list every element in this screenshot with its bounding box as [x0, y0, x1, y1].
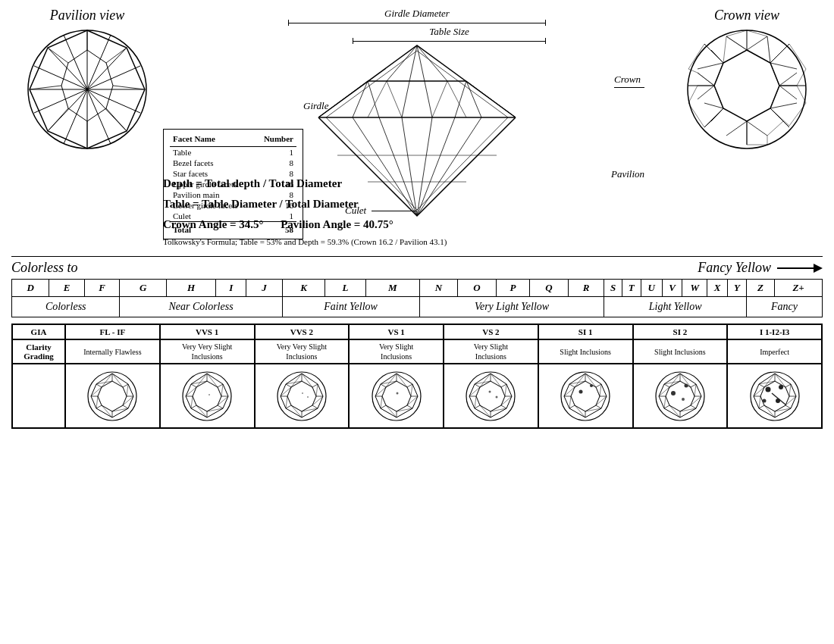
- clarity-image-cell: [538, 364, 633, 428]
- svg-line-40: [432, 81, 447, 117]
- svg-line-273: [691, 387, 694, 396]
- clarity-image-cell: [444, 364, 538, 428]
- svg-line-317: [759, 396, 760, 408]
- svg-line-205: [501, 384, 506, 387]
- clarity-diamond-vvs1: [181, 370, 233, 422]
- svg-line-138: [191, 396, 193, 408]
- svg-line-121: [191, 405, 196, 408]
- facet-number: 16: [254, 179, 296, 189]
- clarity-grade-code: SI 2: [633, 324, 728, 339]
- svg-line-105: [112, 374, 123, 387]
- svg-line-183: [397, 381, 407, 387]
- svg-line-176: [407, 384, 412, 387]
- svg-line-100: [102, 405, 112, 411]
- svg-line-157: [291, 405, 302, 411]
- clarity-grade-code: VS 2: [444, 324, 538, 339]
- svg-point-230: [496, 395, 498, 398]
- svg-line-189: [382, 387, 386, 396]
- pavilion-diagram: [25, 27, 150, 152]
- gia-label: GIA: [12, 324, 65, 339]
- svg-line-267: [691, 405, 696, 408]
- svg-point-229: [489, 390, 491, 392]
- color-grade-table: DEFGHIJKLMNOPQRSTUVWXYZZ+ColorlessNear C…: [11, 279, 823, 317]
- svg-line-304: [785, 387, 789, 396]
- svg-line-152: [286, 384, 291, 387]
- svg-line-285: [669, 405, 680, 417]
- svg-line-280: [669, 374, 680, 387]
- facet-name-header: Facet Name: [170, 133, 254, 147]
- clarity-grade-code: VVS 1: [160, 324, 255, 339]
- clarity-grid: GIAFL - IFVVS 1VVS 2VS 1VS 2SI 1SI 2I 1-…: [12, 324, 822, 428]
- crown-side-label: Crown: [614, 72, 644, 88]
- arrow-right-icon: [777, 262, 823, 274]
- svg-line-246: [575, 405, 585, 411]
- facet-name: Table: [170, 147, 254, 158]
- svg-line-193: [411, 384, 412, 396]
- facet-total-number: 58: [254, 222, 296, 236]
- colorless-label: Colorless to: [11, 260, 78, 276]
- clarity-image-cell: [349, 364, 444, 428]
- svg-line-213: [501, 387, 505, 396]
- svg-line-91: [123, 405, 128, 408]
- clarity-description: Internally Flawless: [65, 339, 160, 364]
- svg-line-130: [193, 387, 196, 396]
- svg-line-182: [381, 384, 386, 387]
- svg-line-271: [664, 384, 669, 387]
- svg-line-70: [726, 121, 747, 136]
- color-letter-row: DEFGHIJKLMNOPQRSTUVWXYZZ+: [12, 280, 823, 297]
- svg-line-124: [207, 381, 218, 387]
- svg-point-320: [765, 386, 770, 392]
- svg-line-252: [600, 384, 601, 396]
- svg-line-20: [106, 48, 127, 63]
- pavilion-view: Pavilion view: [11, 8, 163, 152]
- color-letter-cell: L: [325, 280, 365, 297]
- svg-line-119: [218, 405, 223, 408]
- svg-line-269: [664, 405, 669, 408]
- clarity-grade-code: VS 1: [349, 324, 444, 339]
- svg-line-104: [102, 374, 112, 387]
- clarity-grade-code: I 1-I2-I3: [727, 324, 822, 339]
- top-section: Pavilion view: [11, 8, 823, 250]
- svg-line-305: [785, 396, 789, 405]
- girdle-side-label: Girdle: [303, 98, 328, 112]
- svg-line-125: [218, 387, 221, 396]
- color-group-cell: Very Light Yellow: [419, 297, 604, 317]
- svg-point-259: [579, 389, 583, 393]
- clarity-diamond-vs1: [371, 370, 422, 422]
- facet-row: Lower girdle facets16: [170, 200, 296, 211]
- center-section: Girdle Diameter Table Size: [163, 8, 671, 250]
- svg-line-150: [286, 405, 291, 408]
- facet-name: Star facets: [170, 168, 254, 179]
- svg-line-25: [30, 86, 61, 89]
- facet-number-header: Number: [254, 133, 296, 147]
- svg-line-300: [759, 405, 764, 408]
- svg-line-250: [575, 374, 585, 387]
- svg-line-11: [87, 89, 140, 113]
- svg-line-77: [726, 36, 747, 50]
- clarity-diamond-i123: [749, 370, 801, 422]
- clarity-grade-code: VVS 2: [255, 324, 350, 339]
- svg-marker-83: [688, 86, 723, 127]
- color-letter-cell: D: [12, 280, 49, 297]
- color-letter-cell: I: [216, 280, 246, 297]
- svg-line-274: [691, 396, 694, 405]
- color-letter-cell: Z+: [775, 280, 823, 297]
- facet-name: Upper girdle facets: [170, 179, 254, 189]
- svg-line-133: [207, 374, 218, 387]
- color-letter-cell: Z: [746, 280, 774, 297]
- svg-marker-233: [571, 381, 600, 411]
- svg-line-155: [312, 396, 316, 405]
- svg-line-41: [387, 45, 417, 81]
- facet-name: Pavilion main: [170, 189, 254, 200]
- svg-point-141: [208, 394, 210, 395]
- svg-line-96: [112, 381, 123, 387]
- svg-line-216: [480, 405, 491, 411]
- svg-line-148: [312, 405, 318, 408]
- clarity-grading-section: GIAFL - IFVVS 1VVS 2VS 1VS 2SI 1SI 2I 1-…: [11, 324, 823, 429]
- color-letter-cell: V: [662, 280, 682, 297]
- svg-point-289: [671, 391, 676, 395]
- svg-line-277: [666, 396, 669, 405]
- facet-number: 1: [254, 211, 296, 222]
- svg-marker-52: [714, 50, 779, 121]
- svg-line-307: [764, 405, 775, 411]
